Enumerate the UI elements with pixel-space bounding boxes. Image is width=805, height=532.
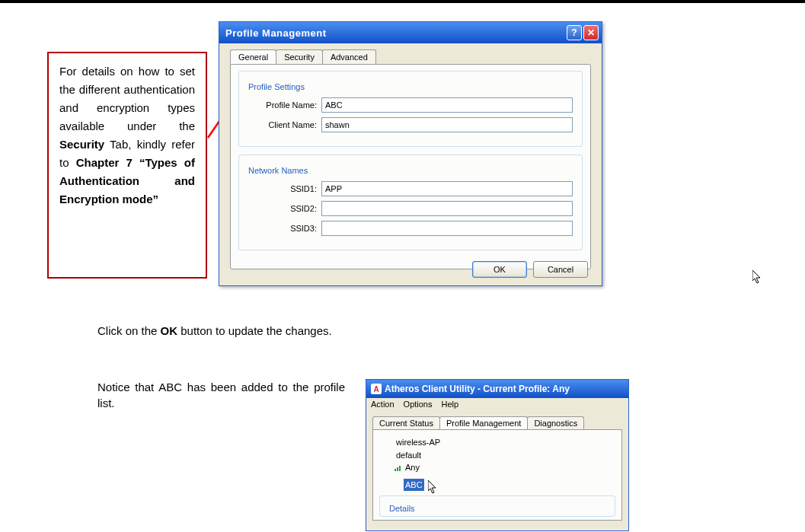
profile-item-default[interactable]: default xyxy=(395,449,615,462)
menu-options[interactable]: Options xyxy=(404,400,433,410)
callout-bold-security: Security xyxy=(59,138,104,151)
dialog-titlebar[interactable]: Profile Management ? ✕ xyxy=(219,22,602,43)
ok-button[interactable]: OK xyxy=(472,261,527,278)
tab-general[interactable]: General xyxy=(230,49,276,64)
menu-action[interactable]: Action xyxy=(371,400,395,410)
callout-box: For details on how to set the different … xyxy=(47,52,207,279)
profile-list[interactable]: wireless-AP default Any ABC xyxy=(395,436,615,491)
client-name-label: Client Name: xyxy=(248,120,317,129)
ssid3-input[interactable] xyxy=(321,221,573,236)
tab-diagnostics[interactable]: Diagnostics xyxy=(527,416,584,429)
close-button[interactable]: ✕ xyxy=(583,25,599,40)
dialog2-panel: wireless-AP default Any ABC Details xyxy=(372,429,622,521)
cursor-icon xyxy=(428,480,437,494)
instruction-1-bold: OK xyxy=(161,324,178,337)
instruction-line-1: Click on the OK button to update the cha… xyxy=(97,324,332,337)
instruction-1-pre: Click on the xyxy=(97,324,161,337)
cancel-button[interactable]: Cancel xyxy=(533,261,588,278)
menu-bar: Action Options Help xyxy=(366,398,628,412)
client-name-input[interactable] xyxy=(321,117,573,132)
instruction-line-2: Notice that ABC has been added to the pr… xyxy=(97,379,345,411)
profile-item-any: Any xyxy=(404,463,421,472)
callout-text-pre: For details on how to set the different … xyxy=(59,65,195,132)
tab-row: General Security Advanced xyxy=(230,49,602,64)
svg-rect-5 xyxy=(399,466,401,471)
tab-security[interactable]: Security xyxy=(276,49,323,64)
callout-bold-chapter: Chapter 7 “Types of Authentication and E… xyxy=(59,156,195,205)
close-icon: ✕ xyxy=(587,27,595,38)
svg-rect-4 xyxy=(397,467,398,471)
profile-item-any-row[interactable]: Any xyxy=(395,461,615,474)
details-fieldset: Details xyxy=(379,495,615,517)
atheros-client-utility-window: A Atheros Client Utility - Current Profi… xyxy=(366,379,629,531)
dialog-title: Profile Management xyxy=(225,27,565,39)
details-legend: Details xyxy=(386,504,418,513)
app-logo-icon: A xyxy=(371,384,382,394)
dialog2-body: Current Status Profile Management Diagno… xyxy=(366,412,628,525)
tab-current-status[interactable]: Current Status xyxy=(372,416,440,429)
network-names-legend: Network Names xyxy=(245,166,311,175)
svg-marker-6 xyxy=(428,480,436,493)
menu-help[interactable]: Help xyxy=(442,400,459,410)
tab-profile-management[interactable]: Profile Management xyxy=(439,416,528,429)
dialog2-titlebar[interactable]: A Atheros Client Utility - Current Profi… xyxy=(366,380,628,398)
network-names-fieldset: Network Names SSID1: SSID2: SSID3: xyxy=(238,155,583,250)
ssid2-input[interactable] xyxy=(321,201,573,216)
ssid1-input[interactable] xyxy=(321,181,573,196)
dialog-button-row: OK Cancel xyxy=(472,261,588,278)
instruction-1-post: button to update the changes. xyxy=(177,324,332,337)
dialog2-tab-row: Current Status Profile Management Diagno… xyxy=(372,416,622,429)
signal-icon xyxy=(395,465,402,471)
help-button[interactable]: ? xyxy=(567,25,582,40)
tab-panel: Profile Settings Profile Name: Client Na… xyxy=(230,64,591,269)
profile-item-abc[interactable]: ABC xyxy=(404,479,424,492)
svg-marker-2 xyxy=(752,270,760,283)
ssid3-label: SSID3: xyxy=(248,224,317,233)
profile-settings-fieldset: Profile Settings Profile Name: Client Na… xyxy=(238,71,583,147)
profile-management-dialog: Profile Management ? ✕ General Security … xyxy=(219,21,602,286)
dialog2-title: Atheros Client Utility - Current Profile… xyxy=(385,384,570,394)
profile-item-wireless-ap[interactable]: wireless-AP xyxy=(395,436,615,449)
page-top-border xyxy=(0,0,805,3)
tab-advanced[interactable]: Advanced xyxy=(322,49,376,64)
profile-name-label: Profile Name: xyxy=(248,100,317,110)
cursor-icon xyxy=(752,270,762,284)
profile-name-input[interactable] xyxy=(321,97,573,113)
svg-rect-3 xyxy=(395,469,396,471)
ssid1-label: SSID1: xyxy=(248,184,317,193)
profile-settings-legend: Profile Settings xyxy=(245,82,308,91)
ssid2-label: SSID2: xyxy=(248,204,317,213)
